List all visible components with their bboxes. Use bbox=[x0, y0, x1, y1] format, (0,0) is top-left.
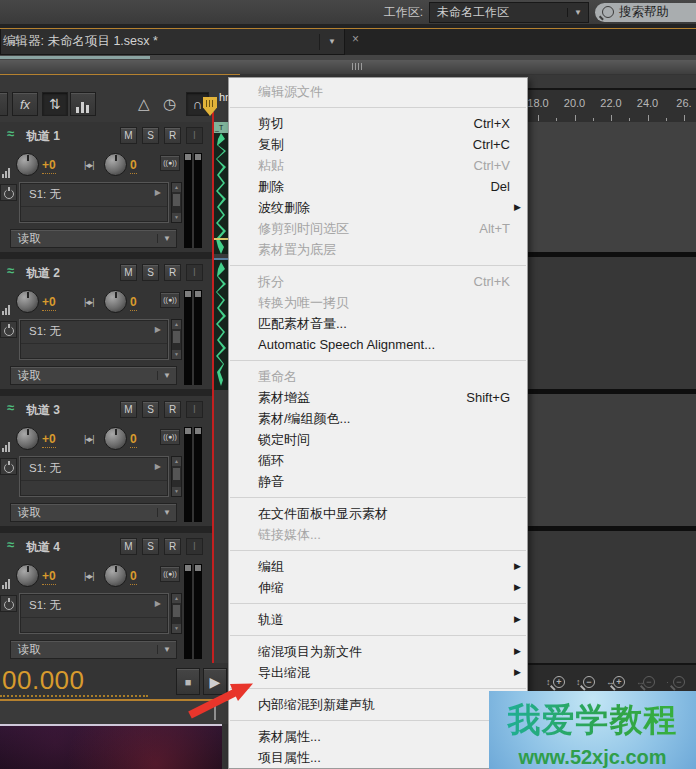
slot-arrow-icon[interactable]: ▶ bbox=[155, 325, 161, 334]
timer-icon[interactable]: ◷ bbox=[163, 94, 176, 114]
volume-value[interactable]: +0 bbox=[42, 432, 56, 448]
effects-slot-dropdown[interactable]: S1: 无▶ bbox=[19, 456, 169, 497]
track-lane-4[interactable] bbox=[528, 531, 696, 663]
menu-item-轨道[interactable]: 轨道▶ bbox=[229, 609, 527, 630]
menu-item-素材-编组颜色-[interactable]: 素材/编组颜色... bbox=[229, 408, 527, 429]
menu-item-复制[interactable]: 复制Ctrl+C bbox=[229, 134, 527, 155]
track-lane-2[interactable] bbox=[528, 257, 696, 389]
scroll-up-icon[interactable]: ▲ bbox=[172, 457, 181, 466]
menu-item-缩混项目为新文件[interactable]: 缩混项目为新文件▶ bbox=[229, 641, 527, 662]
scroll-down-icon[interactable]: ▼ bbox=[172, 624, 181, 633]
track-solo-button[interactable]: S bbox=[142, 538, 159, 555]
pan-value[interactable]: 0 bbox=[130, 569, 137, 585]
timecode-display[interactable]: 00.000 bbox=[2, 665, 85, 696]
effects-rack-scrollbar[interactable]: ▲▼ bbox=[171, 593, 182, 634]
track-mute-button[interactable]: M bbox=[120, 401, 137, 418]
track-input-button[interactable]: I bbox=[186, 264, 203, 281]
volume-knob[interactable] bbox=[16, 427, 39, 450]
effects-power-button[interactable] bbox=[0, 184, 17, 201]
automation-mode-dropdown[interactable]: 读取▼ bbox=[10, 640, 177, 659]
track-mute-button[interactable]: M bbox=[120, 127, 137, 144]
menu-item-匹配素材音量-[interactable]: 匹配素材音量... bbox=[229, 313, 527, 334]
workspace-dropdown[interactable]: 未命名工作区 ▼ bbox=[429, 2, 589, 23]
fx-button[interactable]: fx bbox=[12, 92, 38, 116]
scroll-up-icon[interactable]: ▲ bbox=[172, 594, 181, 603]
pan-knob[interactable] bbox=[104, 427, 127, 450]
pan-value[interactable]: 0 bbox=[130, 432, 137, 448]
scroll-up-icon[interactable]: ▲ bbox=[172, 183, 181, 192]
metronome-icon[interactable]: △ bbox=[138, 94, 150, 114]
track-lane-3[interactable] bbox=[528, 394, 696, 526]
effects-rack-scrollbar[interactable]: ▲▼ bbox=[171, 456, 182, 497]
volume-knob[interactable] bbox=[16, 153, 39, 176]
scroll-down-icon[interactable]: ▼ bbox=[172, 213, 181, 222]
track-solo-button[interactable]: S bbox=[142, 264, 159, 281]
chevron-down-icon[interactable]: ▼ bbox=[567, 8, 588, 17]
track-solo-button[interactable]: S bbox=[142, 127, 159, 144]
track-mute-button[interactable]: M bbox=[120, 538, 137, 555]
slot-arrow-icon[interactable]: ▶ bbox=[155, 188, 161, 197]
monitor-input-button[interactable]: ((●)) bbox=[160, 429, 180, 445]
scrollbar-thumb[interactable] bbox=[173, 468, 180, 480]
clip-header[interactable]: _T bbox=[214, 122, 228, 133]
panel-grip-icon[interactable] bbox=[352, 63, 362, 70]
monitor-input-button[interactable]: ((●)) bbox=[160, 292, 180, 308]
menu-item-素材属性-[interactable]: 素材属性... bbox=[229, 726, 527, 747]
tab-close-icon[interactable]: × bbox=[352, 32, 359, 46]
clipped-tool-button[interactable] bbox=[0, 92, 8, 116]
track-input-button[interactable]: I bbox=[186, 127, 203, 144]
effects-power-button[interactable] bbox=[0, 595, 17, 612]
slot-arrow-icon[interactable]: ▶ bbox=[155, 462, 161, 471]
effects-slot-dropdown[interactable]: S1: 无▶ bbox=[19, 593, 169, 634]
scroll-down-icon[interactable]: ▼ bbox=[172, 350, 181, 359]
automation-mode-dropdown[interactable]: 读取▼ bbox=[10, 503, 177, 522]
track-input-button[interactable]: I bbox=[186, 401, 203, 418]
track-record-button[interactable]: R bbox=[164, 264, 181, 281]
track-lane-1[interactable] bbox=[528, 122, 696, 252]
monitor-input-button[interactable]: ((●)) bbox=[160, 155, 180, 171]
slot-arrow-icon[interactable]: ▶ bbox=[155, 599, 161, 608]
scrollbar-thumb[interactable] bbox=[173, 194, 180, 206]
pan-knob[interactable] bbox=[104, 290, 127, 313]
track-row[interactable]: ≈轨道 2MSRI+0|◂▸|0((●))S1: 无▶▲▼读取▼ bbox=[0, 259, 213, 396]
chevron-down-icon[interactable]: ▼ bbox=[157, 371, 176, 380]
track-record-button[interactable]: R bbox=[164, 538, 181, 555]
razor-tool-button[interactable] bbox=[70, 92, 96, 116]
scroll-down-icon[interactable]: ▼ bbox=[172, 487, 181, 496]
effects-power-button[interactable] bbox=[0, 458, 17, 475]
menu-item-内部缩混到新建声轨[interactable]: 内部缩混到新建声轨 bbox=[229, 694, 527, 715]
menu-item-删除[interactable]: 删除Del bbox=[229, 176, 527, 197]
menu-item-编组[interactable]: 编组▶ bbox=[229, 556, 527, 577]
menu-item-伸缩[interactable]: 伸缩▶ bbox=[229, 577, 527, 598]
effects-rack-scrollbar[interactable]: ▲▼ bbox=[171, 319, 182, 360]
monitor-input-button[interactable]: ((●)) bbox=[160, 566, 180, 582]
volume-value[interactable]: +0 bbox=[42, 295, 56, 311]
search-help-input[interactable]: 搜索帮助 bbox=[595, 3, 696, 22]
automation-mode-dropdown[interactable]: 读取▼ bbox=[10, 229, 177, 248]
chevron-down-icon[interactable]: ▼ bbox=[157, 508, 176, 517]
track-mute-button[interactable]: M bbox=[120, 264, 137, 281]
track-input-button[interactable]: I bbox=[186, 538, 203, 555]
effects-slot-dropdown[interactable]: S1: 无▶ bbox=[19, 182, 169, 223]
menu-item-静音[interactable]: 静音 bbox=[229, 471, 527, 492]
pan-knob[interactable] bbox=[104, 153, 127, 176]
track-row[interactable]: ≈轨道 4MSRI+0|◂▸|0((●))S1: 无▶▲▼读取▼ bbox=[0, 533, 213, 670]
menu-item-导出缩混[interactable]: 导出缩混▶ bbox=[229, 662, 527, 683]
pan-knob[interactable] bbox=[104, 564, 127, 587]
menu-item-Automatic-Speech-Alignment-[interactable]: Automatic Speech Alignment... bbox=[229, 334, 527, 355]
track-record-button[interactable]: R bbox=[164, 127, 181, 144]
pan-value[interactable]: 0 bbox=[130, 158, 137, 174]
menu-item-剪切[interactable]: 剪切Ctrl+X bbox=[229, 113, 527, 134]
track-row[interactable]: ≈轨道 3MSRI+0|◂▸|0((●))S1: 无▶▲▼读取▼ bbox=[0, 396, 213, 533]
effects-slot-dropdown[interactable]: S1: 无▶ bbox=[19, 319, 169, 360]
horizontal-scrollbar-thumb[interactable] bbox=[0, 56, 150, 59]
scrollbar-thumb[interactable] bbox=[173, 605, 180, 617]
audio-clip[interactable] bbox=[214, 258, 228, 390]
scrollbar-thumb[interactable] bbox=[173, 331, 180, 343]
automation-mode-dropdown[interactable]: 读取▼ bbox=[10, 366, 177, 385]
menu-item-循环[interactable]: 循环 bbox=[229, 450, 527, 471]
volume-knob[interactable] bbox=[16, 564, 39, 587]
track-row[interactable]: ≈轨道 1MSRI+0|◂▸|0((●))S1: 无▶▲▼读取▼ bbox=[0, 122, 213, 259]
tab-menu-chevron-icon[interactable]: ▼ bbox=[319, 34, 344, 50]
menu-item-锁定时间[interactable]: 锁定时间 bbox=[229, 429, 527, 450]
